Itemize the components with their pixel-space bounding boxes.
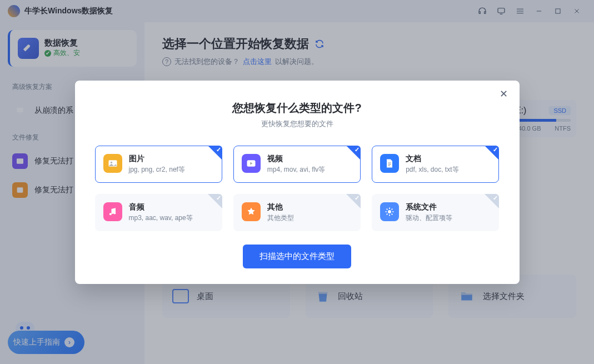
modal-close-button[interactable]: ✕ [496,86,512,102]
system-icon [380,202,399,221]
check-corner-icon [346,146,361,160]
type-desc: 驱动、配置项等 [406,213,452,223]
doc-icon [380,154,399,173]
image-icon [103,154,122,173]
type-card-image[interactable]: 图片jpg, png, cr2, nef等 [95,146,222,183]
check-corner-icon [485,146,499,160]
type-card-system[interactable]: 系统文件驱动、配置项等 [372,194,499,231]
file-type-modal: ✕ 您想恢复什么类型的文件? 更快恢复您想要的文件 图片jpg, png, cr… [75,81,520,284]
type-desc: jpg, png, cr2, nef等 [129,165,185,174]
type-title: 图片 [129,154,185,164]
type-title: 其他 [267,202,294,212]
check-corner-icon [346,194,361,208]
type-desc: mp3, aac, wav, ape等 [129,213,193,223]
other-icon [242,202,261,221]
type-desc: mp4, mov, avi, flv等 [267,165,325,174]
video-icon [242,154,261,173]
modal-title: 您想恢复什么类型的文件? [95,101,500,116]
svg-point-10 [109,213,111,215]
check-corner-icon [208,146,222,160]
modal-subtitle: 更快恢复您想要的文件 [95,119,500,129]
type-desc: 其他类型 [267,213,294,223]
svg-point-12 [388,210,391,213]
type-card-doc[interactable]: 文档pdf, xls, doc, txt等 [372,146,499,183]
check-corner-icon [485,194,499,208]
type-title: 系统文件 [406,202,452,212]
svg-point-11 [113,212,116,214]
type-title: 文档 [406,154,458,164]
scan-button[interactable]: 扫描选中的文件类型 [243,245,351,268]
modal-overlay: ✕ 您想恢复什么类型的文件? 更快恢复您想要的文件 图片jpg, png, cr… [0,0,594,364]
type-desc: pdf, xls, doc, txt等 [406,165,458,174]
svg-point-8 [110,161,112,163]
type-card-audio[interactable]: 音频mp3, aac, wav, ape等 [95,194,222,231]
audio-icon [103,202,122,221]
type-title: 视频 [267,154,325,164]
type-title: 音频 [129,202,193,212]
type-card-video[interactable]: 视频mp4, mov, avi, flv等 [233,146,361,183]
type-card-other[interactable]: 其他其他类型 [233,194,361,231]
check-corner-icon [208,194,222,208]
